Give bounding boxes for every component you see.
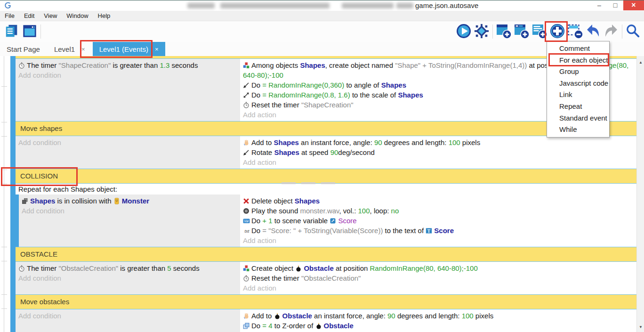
action-line[interactable]: VarDo + 1 to scene variable Score [243,216,633,226]
comment-banner[interactable]: Move obstacles [16,295,636,309]
event-selection-bar[interactable] [10,58,16,121]
add-condition-button[interactable]: Add condition [22,206,236,216]
add-condition-button[interactable]: Add condition [18,70,236,80]
menubar-item-edit[interactable]: Edit [19,11,39,21]
gutter-tick [1,122,7,122]
tab-start-page[interactable]: Start Page [0,42,47,56]
menubar-item-file[interactable]: File [0,11,19,21]
object-name: Score [434,227,454,235]
tab-level1-events-[interactable]: Level1 (Events)× [93,42,165,56]
tab-level1[interactable]: Level1× [48,42,92,56]
text-segment: The timer [27,264,59,272]
foreach-header[interactable]: Repeat for each Shapes object: [16,183,636,194]
expression: = RandomInRange(0,360) [262,81,344,89]
condition-line[interactable]: The timer "ShapeCreation" is greater tha… [18,60,236,70]
preview-play-button[interactable] [455,23,473,40]
comment-block: Move obstacles [0,295,636,309]
gutter-tick [1,308,7,309]
text-segment: Do [251,217,262,225]
gdevelop-window: game.json.autosave – □ × FileEditViewWin… [0,0,644,332]
action-line[interactable]: Reset the timer "ObstacleCreation" [243,273,633,283]
comment-banner[interactable]: COLLISION [16,169,636,183]
add-action-button[interactable]: Add action [243,283,633,293]
menu-item-comment[interactable]: Comment [547,43,609,55]
project-manager-button[interactable] [3,23,21,40]
project-manager-icon [4,24,19,40]
comment-block: Move shapes [0,121,636,136]
menu-item-while[interactable]: While [547,124,609,136]
event-drag-handles[interactable] [282,182,335,184]
event-selection-bar[interactable] [10,136,16,169]
tab-label: Level1 [54,45,75,53]
remove-event-button[interactable] [566,23,584,40]
add-action-button[interactable]: Add action [243,235,633,245]
tab-close-icon[interactable]: × [81,46,85,53]
comment-banner[interactable]: Move shapes [16,121,636,136]
move-shapes-block: Add conditionAdd to Shapes an instant fo… [0,136,636,169]
search-button[interactable] [624,23,642,40]
menu-item-link[interactable]: Link [547,89,609,101]
delete-icon [243,198,250,204]
menu-item-repeat[interactable]: Repeat [547,101,609,113]
menubar-item-view[interactable]: View [39,11,62,21]
action-line[interactable]: Do = 4 to Z-order of Obstacle [243,321,633,331]
text-segment: an instant force, angle: [299,138,374,146]
string-expression: = "Score: " + ToString(Variable(Score)) [262,227,383,235]
action-line[interactable]: Add to Obstacle an instant force, angle:… [243,311,633,321]
event-selection-bar[interactable] [10,247,16,261]
add-condition-button[interactable]: Add condition [18,273,236,283]
add-condition-button[interactable]: Add condition [18,138,236,147]
action-line[interactable]: txtDo = "Score: " + ToString(Variable(Sc… [243,226,633,235]
scroll-up-arrow-icon[interactable]: ▲ [637,59,644,66]
action-line[interactable]: Add to Shapes an instant force, angle: 9… [243,138,633,147]
comment-banner[interactable]: OBSTACLE [16,247,636,261]
action-line[interactable]: Play the sound monster.wav, vol.: 100, l… [243,206,633,216]
action-line[interactable]: Rotate Shapes at speed 90deg/second [243,147,633,157]
event-selection-bar[interactable] [10,169,16,183]
menu-item-standard-event[interactable]: Standard event [547,113,609,124]
add-subevent-button[interactable] [513,23,531,40]
expression: 90 [374,138,382,146]
redacted-title-text [187,3,215,8]
menu-item-group[interactable]: Group [547,66,609,78]
event-selection-bar[interactable] [10,309,16,332]
actions-column: Add to Obstacle an instant force, angle:… [240,309,636,332]
condition-line[interactable]: The timer "ObstacleCreation" is greater … [18,263,236,273]
string-expression: "ShapeCreation" [59,61,111,69]
menu-item-javascript-code[interactable]: Javascript code [547,78,609,89]
scroll-down-arrow-icon[interactable]: ▼ [637,324,644,331]
add-event-button[interactable] [495,23,513,40]
scene-editor-window-button[interactable] [21,23,39,40]
minimize-button[interactable]: – [591,0,607,10]
add-other-event-button[interactable] [548,23,566,40]
menubar-item-help[interactable]: Help [93,11,115,21]
gutter-tick [1,86,7,87]
object-name: Obstacle [282,312,312,320]
menubar-item-window[interactable]: Window [62,11,93,21]
subevent-selection-bar[interactable] [16,194,19,247]
action-line[interactable]: Create object Obstacle at position Rando… [243,263,633,273]
event-selection-bar[interactable] [10,295,16,309]
event-selection-bar[interactable] [10,183,16,247]
redo-icon [603,23,619,40]
tab-close-icon[interactable]: × [155,46,159,53]
conditions-column: The timer "ObstacleCreation" is greater … [16,262,240,294]
condition-line[interactable]: Shapes is in collision with Monster [22,196,236,206]
comment-block: OBSTACLE [0,247,636,261]
maximize-button[interactable]: □ [607,0,623,10]
redo-button[interactable] [602,23,620,40]
menu-item-for-each-object[interactable]: For each object [547,55,609,66]
expression: 5 [167,264,171,272]
event-selection-bar[interactable] [10,121,16,136]
close-button[interactable]: × [623,0,644,10]
event-selection-bar[interactable] [10,261,16,295]
add-condition-button[interactable]: Add condition [18,311,236,321]
collision-foreach-block: Repeat for each Shapes object:Shapes is … [0,183,636,247]
add-comment-button[interactable] [531,23,548,40]
redacted-title-text [342,3,394,8]
add-action-button[interactable]: Add action [243,157,633,167]
undo-button[interactable] [584,23,602,40]
action-line[interactable]: Delete object Shapes [243,196,633,206]
debugger-button[interactable] [473,23,491,40]
vertical-scrollbar[interactable]: ▲ ▼ [636,56,644,332]
